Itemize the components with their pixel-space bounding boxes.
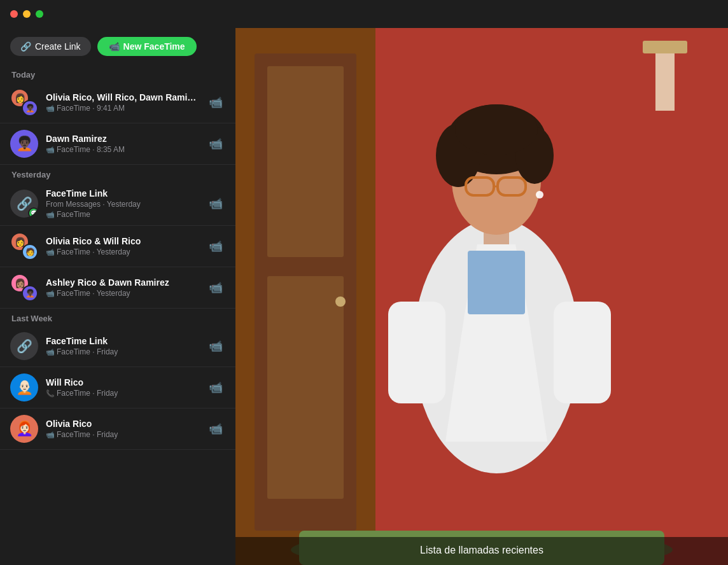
svg-rect-22 xyxy=(468,251,525,314)
call-info-today-2: Dawn Ramirez 📹 FaceTime · 8:35 AM xyxy=(46,134,199,154)
call-sub-text: FaceTime · Yesterday xyxy=(57,289,130,298)
video-icon: 📹 xyxy=(46,348,55,356)
create-link-button[interactable]: 🔗 Create Link xyxy=(10,37,91,56)
call-item-week-2[interactable]: 🧑🏻‍🦲 Will Rico 📞 FaceTime · Friday 📹 xyxy=(0,367,235,408)
phone-icon: 📞 xyxy=(46,389,55,398)
call-sub: 📞 FaceTime · Friday xyxy=(46,389,199,398)
svg-rect-6 xyxy=(655,47,675,111)
call-info-today-1: Olivia Rico, Will Rico, Dawn Rami… 📹 Fac… xyxy=(46,92,199,113)
avatar-dawn-yest: 🧑🏿‍🦱 xyxy=(22,285,38,302)
avatar-dawn: 🧑🏿‍🦱 xyxy=(22,100,38,116)
call-video-button[interactable]: 📹 xyxy=(206,134,225,153)
video-icon: 📹 xyxy=(46,431,55,439)
title-bar xyxy=(0,0,728,28)
call-info-yest-3: Ashley Rico & Dawn Ramirez 📹 FaceTime · … xyxy=(46,277,199,298)
svg-point-5 xyxy=(335,296,346,307)
link-icon: 🔗 xyxy=(20,41,31,52)
call-name: Dawn Ramirez xyxy=(46,134,199,144)
call-item-yest-1[interactable]: 🔗 💬 FaceTime Link From Messages · Yester… xyxy=(0,182,235,226)
call-item-yest-3[interactable]: 👩🏽 🧑🏿‍🦱 Ashley Rico & Dawn Ramirez 📹 Fac… xyxy=(0,267,235,309)
avatar-will-week: 🧑🏻‍🦲 xyxy=(10,373,38,401)
call-item-yest-2[interactable]: 👩 🧑 Olivia Rico & Will Rico 📹 FaceTime ·… xyxy=(0,226,235,267)
svg-point-16 xyxy=(455,104,538,155)
call-name: Olivia Rico & Will Rico xyxy=(46,236,199,246)
video-icon: 📹 xyxy=(46,104,55,113)
call-sub: 📹 FaceTime · Friday xyxy=(46,430,199,439)
create-link-label: Create Link xyxy=(35,41,81,52)
call-name: Ashley Rico & Dawn Ramirez xyxy=(46,277,199,288)
avatar-stack-yest-3: 👩🏽 🧑🏿‍🦱 xyxy=(10,274,38,302)
call-sub: 📹 FaceTime · Yesterday xyxy=(46,289,199,298)
avatar-stack-yest-2: 👩 🧑 xyxy=(10,232,38,260)
call-video-button[interactable]: 📹 xyxy=(206,237,225,256)
call-video-button[interactable]: 📹 xyxy=(206,419,225,438)
call-sub: 📹 FaceTime · 9:41 AM xyxy=(46,104,199,113)
call-item-week-1[interactable]: 🔗 FaceTime Link 📹 FaceTime · Friday 📹 xyxy=(0,326,235,367)
call-name: FaceTime Link xyxy=(46,336,199,346)
close-button[interactable] xyxy=(10,10,18,18)
call-info-week-3: Olivia Rico 📹 FaceTime · Friday xyxy=(46,419,199,439)
call-sub-text: FaceTime · Yesterday xyxy=(57,248,130,256)
traffic-lights xyxy=(10,10,43,18)
video-icon: 📹 xyxy=(46,211,55,219)
photo-background: Lista de llamadas recientes xyxy=(235,28,728,565)
call-video-button[interactable]: 📹 xyxy=(206,337,225,356)
main-container: 🔗 Create Link 📹 New FaceTime Today 👩 🧑🏿‍… xyxy=(0,28,728,565)
avatar-olivia-week: 👩🏻‍🦰 xyxy=(10,415,38,443)
section-header-today: Today xyxy=(0,65,235,82)
new-facetime-button[interactable]: 📹 New FaceTime xyxy=(97,37,197,56)
new-facetime-label: New FaceTime xyxy=(123,41,185,52)
call-info-week-1: FaceTime Link 📹 FaceTime · Friday xyxy=(46,336,199,356)
call-item-week-3[interactable]: 👩🏻‍🦰 Olivia Rico 📹 FaceTime · Friday 📹 xyxy=(0,408,235,450)
call-sub: 📹 FaceTime · 8:35 AM xyxy=(46,145,199,154)
call-name: Will Rico xyxy=(46,377,199,387)
svg-point-20 xyxy=(536,191,543,199)
section-header-yesterday: Yesterday xyxy=(0,165,235,182)
svg-rect-7 xyxy=(643,41,687,53)
call-name: Olivia Rico xyxy=(46,419,199,429)
call-item-today-2[interactable]: 🧑🏿‍🦱 Dawn Ramirez 📹 FaceTime · 8:35 AM 📹 xyxy=(0,123,235,165)
call-sub: From Messages · Yesterday xyxy=(46,200,199,209)
call-item-today-1[interactable]: 👩 🧑🏿‍🦱 Olivia Rico, Will Rico, Dawn Rami… xyxy=(0,82,235,123)
message-badge: 💬 xyxy=(28,207,38,218)
sidebar: 🔗 Create Link 📹 New FaceTime Today 👩 🧑🏿‍… xyxy=(0,28,235,565)
call-sub-text: FaceTime · Friday xyxy=(57,347,118,356)
avatar-dawn-ramirez: 🧑🏿‍🦱 xyxy=(10,130,38,158)
call-info-week-2: Will Rico 📞 FaceTime · Friday xyxy=(46,377,199,398)
caption-text: Lista de llamadas recientes xyxy=(420,545,543,555)
call-video-button[interactable]: 📹 xyxy=(206,194,225,213)
call-sub2-text: FaceTime xyxy=(57,210,90,219)
photo-area: Lista de llamadas recientes xyxy=(235,28,728,565)
call-sub-text: FaceTime · 8:35 AM xyxy=(57,145,125,154)
svg-rect-4 xyxy=(267,276,344,499)
call-sub: 📹 FaceTime · Yesterday xyxy=(46,248,199,256)
call-sub-text: FaceTime · Friday xyxy=(57,430,118,439)
call-sub-text: From Messages · Yesterday xyxy=(46,200,141,209)
avatar-link-yest1: 🔗 💬 xyxy=(10,190,38,218)
call-sub-text: FaceTime · 9:41 AM xyxy=(57,104,125,113)
maximize-button[interactable] xyxy=(36,10,43,18)
call-video-button[interactable]: 📹 xyxy=(206,378,225,397)
video-camera-icon: 📹 xyxy=(109,41,120,52)
call-info-yest-2: Olivia Rico & Will Rico 📹 FaceTime · Yes… xyxy=(46,236,199,256)
minimize-button[interactable] xyxy=(23,10,31,18)
toolbar: 🔗 Create Link 📹 New FaceTime xyxy=(0,28,235,65)
call-video-button[interactable]: 📹 xyxy=(206,93,225,112)
video-icon: 📹 xyxy=(46,248,55,256)
avatar-link-week1: 🔗 xyxy=(10,332,38,360)
avatar-stack-today-1: 👩 🧑🏿‍🦱 xyxy=(10,88,38,116)
call-sub: 📹 FaceTime · Friday xyxy=(46,347,199,356)
scene-svg xyxy=(235,28,728,565)
call-name: FaceTime Link xyxy=(46,188,199,199)
caption-bar: Lista de llamadas recientes xyxy=(235,537,728,565)
svg-rect-24 xyxy=(554,302,611,403)
call-sub-extra: 📹 FaceTime xyxy=(46,210,199,219)
call-name: Olivia Rico, Will Rico, Dawn Rami… xyxy=(46,92,199,102)
video-icon: 📹 xyxy=(46,146,55,154)
video-icon: 📹 xyxy=(46,289,55,298)
call-video-button[interactable]: 📹 xyxy=(206,278,225,297)
avatar-will-yest: 🧑 xyxy=(22,244,38,260)
svg-rect-23 xyxy=(388,302,445,403)
svg-rect-3 xyxy=(267,66,344,257)
call-sub-text: FaceTime · Friday xyxy=(57,389,118,398)
